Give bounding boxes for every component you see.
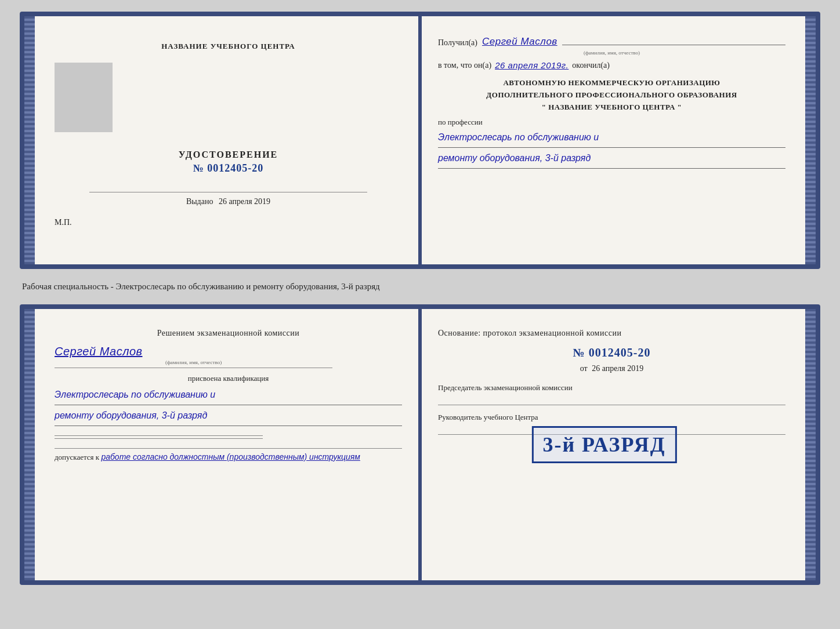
subtitle-text: Рабочая специальность - Электрослесарь п…: [20, 278, 820, 295]
bottom-cert-right: Основание: протокол экзаменационной коми…: [422, 309, 816, 580]
num-prefix-bottom: №: [573, 346, 585, 359]
auto-line2: ДОПОЛНИТЕЛЬНОГО ПРОФЕССИОНАЛЬНОГО ОБРАЗО…: [438, 89, 785, 101]
num-value-bottom: 0012405-20: [589, 346, 651, 359]
po-professii-label: по профессии: [438, 118, 785, 127]
name-block-bottom: Сергей Маслов (фамилия, имя, отчество): [55, 345, 332, 368]
vydano-line: Выдано 26 апреля 2019: [89, 192, 367, 206]
ot-prefix: от: [580, 364, 588, 373]
poluchil-line: Получил(а) Сергей Маслов: [438, 36, 785, 48]
profession-top-line1: Электрослесарь по обслуживанию и: [438, 129, 785, 148]
autonomous-org: АВТОНОМНУЮ НЕКОММЕРЧЕСКУЮ ОРГАНИЗАЦИЮ ДО…: [438, 77, 785, 113]
udostoverenie-block: УДОСТОВЕРЕНИЕ № 0012405-20: [179, 150, 278, 174]
recipient-name-top: Сергей Маслов: [482, 36, 557, 48]
protocol-number: № 0012405-20: [438, 346, 785, 359]
stamp-text: 3-й РАЗРЯД: [542, 433, 665, 456]
profession-bottom-line2: ремонту оборудования, 3-й разряд: [55, 408, 402, 426]
vtom-date: 26 апреля 2019г.: [495, 60, 569, 70]
predsedatel-title: Председатель экзаменационной комиссии: [438, 383, 785, 405]
mp-label: М.П.: [55, 218, 72, 227]
dopusk-label: допускается к: [55, 453, 99, 461]
sig-line-1: [55, 435, 263, 436]
dash-line-1: [562, 45, 785, 45]
udostoverenie-title: УДОСТОВЕРЕНИЕ: [179, 150, 278, 160]
stamp-overlay: 3-й РАЗРЯД: [531, 426, 676, 463]
recipient-name-bottom: Сергей Маслов: [55, 345, 142, 358]
resheniem-title: Решением экзаменационной комиссии: [55, 329, 402, 338]
top-cert-left: НАЗВАНИЕ УЧЕБНОГО ЦЕНТРА УДОСТОВЕРЕНИЕ №…: [24, 16, 418, 264]
ot-date-block: от 26 апреля 2019: [438, 364, 785, 373]
profession-top-line2: ремонту оборудования, 3-й разряд: [438, 150, 785, 169]
okonchil-label: окончил(а): [572, 61, 610, 70]
vydano-label: Выдано: [186, 197, 213, 206]
prisvoyena-text: присвоена квалификация: [55, 374, 402, 383]
vydano-date: 26 апреля 2019: [219, 197, 270, 206]
cert-number-value-top: 0012405-20: [207, 162, 263, 174]
top-left-title: НАЗВАНИЕ УЧЕБНОГО ЦЕНТРА: [161, 42, 295, 51]
poluchil-label: Получил(а): [438, 38, 477, 48]
number-prefix-top: №: [193, 162, 204, 174]
fio-hint-bottom: (фамилия, имя, отчество): [55, 359, 332, 365]
profession-bottom-line1: Электрослесарь по обслуживанию и: [55, 387, 402, 405]
osnovanie-title: Основание: протокол экзаменационной коми…: [438, 329, 785, 338]
fio-hint-top: (фамилия, имя, отчество): [438, 50, 785, 56]
dopusk-text: работе согласно должностным (производств…: [101, 452, 360, 461]
sig-line-2: [55, 438, 263, 439]
auto-line3: " НАЗВАНИЕ УЧЕБНОГО ЦЕНТРА ": [438, 101, 785, 114]
auto-line1: АВТОНОМНУЮ НЕКОММЕРЧЕСКУЮ ОРГАНИЗАЦИЮ: [438, 77, 785, 89]
ot-date-value: 26 апреля 2019: [592, 364, 643, 373]
vtom-label: в том, что он(а): [438, 61, 491, 70]
cert-number-top: № 0012405-20: [179, 162, 278, 174]
dopuskaetsya-block: допускается к работе согласно должностны…: [55, 448, 402, 462]
top-cert-right: Получил(а) Сергей Маслов (фамилия, имя, …: [422, 16, 816, 264]
predsedatel-block: Председатель экзаменационной комиссии: [438, 383, 785, 405]
top-certificate: НАЗВАНИЕ УЧЕБНОГО ЦЕНТРА УДОСТОВЕРЕНИЕ №…: [20, 12, 820, 269]
bottom-certificate: Решением экзаменационной комиссии Сергей…: [20, 304, 820, 585]
vtom-line: в том, что он(а) 26 апреля 2019г. окончи…: [438, 60, 785, 70]
photo-placeholder: [55, 63, 113, 132]
bottom-cert-left: Решением экзаменационной комиссии Сергей…: [24, 309, 418, 580]
